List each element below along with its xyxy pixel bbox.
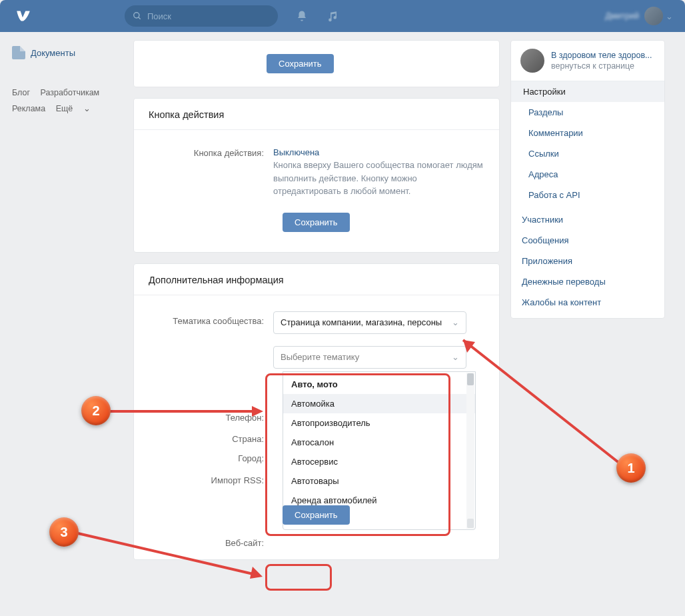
side-messages[interactable]: Сообщения <box>511 230 664 251</box>
side-apps[interactable]: Приложения <box>511 251 664 271</box>
phone-label: Телефон: <box>150 413 273 423</box>
save-button-2[interactable]: Сохранить <box>283 213 350 232</box>
panel-additional-info: Дополнительная информация Тематика сообщ… <box>133 263 500 560</box>
website-label: Веб-сайт: <box>150 538 273 548</box>
sidebar-header[interactable]: В здоровом теле здоров... вернуться к ст… <box>511 41 664 81</box>
chevron-down-icon: ⌄ <box>666 11 673 21</box>
topic-value: Страница компании, магазина, персоны <box>281 317 442 327</box>
user-name: Дмитрий <box>605 11 639 21</box>
city-label: Город: <box>150 453 273 463</box>
save-button-1[interactable]: Сохранить <box>267 54 334 73</box>
top-header: Дмитрий ⌄ <box>0 0 685 32</box>
action-button-status[interactable]: Выключена <box>273 143 483 157</box>
footer-more[interactable]: Ещё ⌄ <box>56 104 99 113</box>
side-api[interactable]: Работа с API <box>511 185 664 205</box>
section-title-2: Дополнительная информация <box>134 264 499 295</box>
save-button-3[interactable]: Сохранить <box>283 505 350 525</box>
side-complaints[interactable]: Жалобы на контент <box>511 292 664 313</box>
main-column: Сохранить Кнопка действия Кнопка действи… <box>133 40 500 571</box>
subtopic-placeholder: Выберите тематику <box>281 352 359 362</box>
subtopic-select[interactable]: Выберите тематику ⌄ <box>273 346 466 369</box>
topic-select[interactable]: Страница компании, магазина, персоны ⌄ <box>273 311 466 334</box>
side-comments[interactable]: Комментарии <box>511 123 664 143</box>
footer-ads[interactable]: Реклама <box>12 104 45 113</box>
nav-documents[interactable]: Документы <box>12 43 125 63</box>
chevron-down-icon: ⌄ <box>452 352 459 362</box>
side-addresses[interactable]: Адреса <box>511 164 664 185</box>
rss-label: Импорт RSS: <box>150 475 273 485</box>
panel-action-button: Кнопка действия Кнопка действия: Выключе… <box>133 98 500 253</box>
scrollbar-thumb[interactable] <box>467 373 474 385</box>
side-sections[interactable]: Разделы <box>511 102 664 123</box>
action-button-desc: Кнопка вверху Вашего сообщества помогает… <box>273 159 483 198</box>
document-icon <box>12 46 25 59</box>
sidebar-card: В здоровом теле здоров... вернуться к ст… <box>510 40 665 319</box>
svg-line-1 <box>139 17 141 19</box>
section-title: Кнопка действия <box>134 99 499 130</box>
footer-dev[interactable]: Разработчикам <box>41 88 100 97</box>
callout-2: 2 <box>81 396 111 425</box>
svg-point-0 <box>134 13 139 18</box>
nav-footer: Блог Разработчикам Реклама Ещё ⌄ <box>12 85 125 117</box>
chevron-down-icon: ⌄ <box>83 104 91 113</box>
user-menu[interactable]: Дмитрий ⌄ <box>605 7 673 25</box>
notifications-icon[interactable] <box>295 9 309 23</box>
topic-label: Тематика сообщества: <box>150 311 273 334</box>
music-icon[interactable] <box>326 9 339 23</box>
community-title: В здоровом теле здоров... <box>551 51 652 60</box>
left-nav: Документы Блог Разработчикам Реклама Ещё… <box>12 40 125 571</box>
back-to-page[interactable]: вернуться к странице <box>551 61 652 71</box>
side-members[interactable]: Участники <box>511 209 664 230</box>
action-button-label: Кнопка действия: <box>150 143 273 198</box>
callout-1: 1 <box>616 453 646 483</box>
search-input[interactable] <box>147 11 270 21</box>
dropdown-category: Авто, мото <box>283 375 475 394</box>
subtopic-label <box>150 346 273 369</box>
user-avatar-icon <box>644 7 663 25</box>
chevron-down-icon: ⌄ <box>452 317 459 327</box>
footer-blog[interactable]: Блог <box>12 88 30 97</box>
side-settings[interactable]: Настройки <box>511 81 664 102</box>
right-sidebar: В здоровом теле здоров... вернуться к ст… <box>510 40 665 571</box>
vk-logo[interactable] <box>12 5 35 27</box>
community-avatar-icon <box>520 49 544 73</box>
nav-label: Документы <box>31 48 75 58</box>
side-links[interactable]: Ссылки <box>511 143 664 164</box>
country-label: Страна: <box>150 434 273 444</box>
callout-3: 3 <box>49 517 79 547</box>
search-box[interactable] <box>125 5 278 27</box>
side-transfers[interactable]: Денежные переводы <box>511 271 664 292</box>
search-icon <box>133 11 142 21</box>
panel-top: Сохранить <box>133 40 500 87</box>
